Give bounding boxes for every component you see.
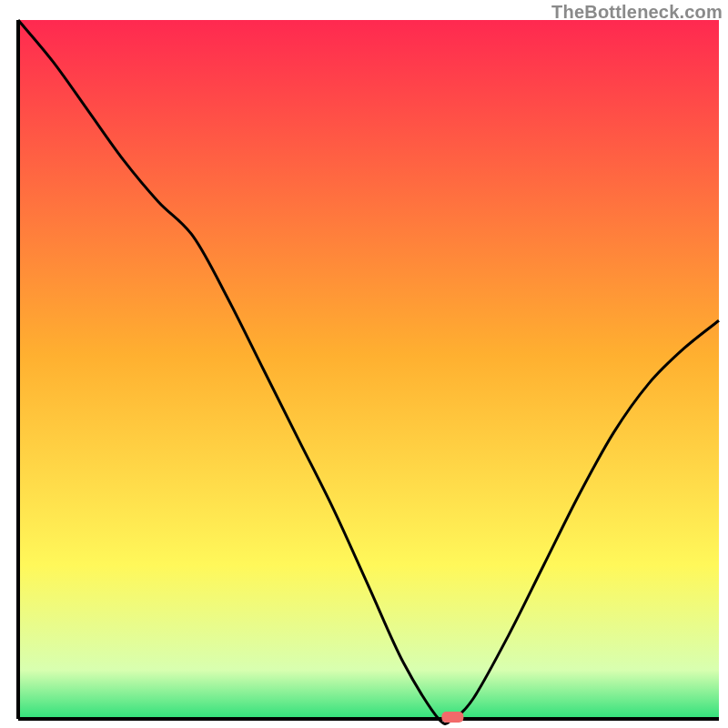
- optimum-marker: [441, 712, 463, 723]
- chart-canvas: TheBottleneck.com: [0, 0, 728, 728]
- plot-background: [18, 20, 719, 719]
- chart-svg: [0, 0, 728, 728]
